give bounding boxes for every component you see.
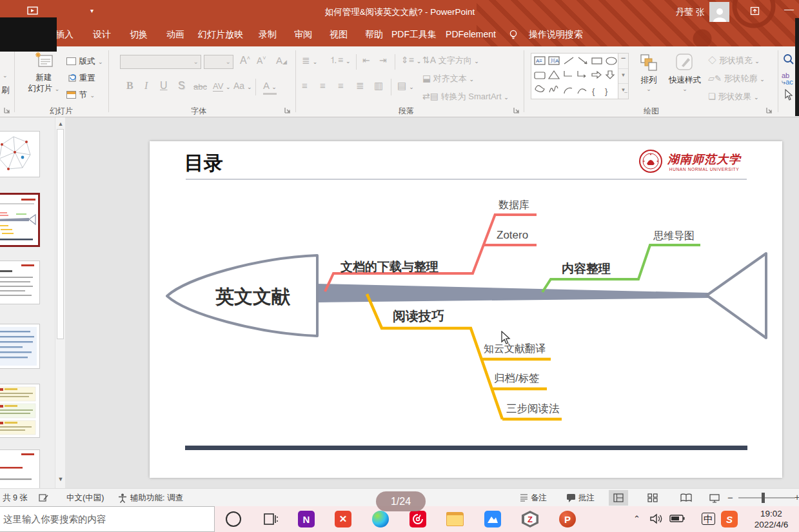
section-button[interactable]: 节 ⌄ (66, 88, 95, 101)
bullets-button[interactable]: ≣ ⌄ (302, 55, 317, 66)
paste-dropdown-caret[interactable]: ⌄ (3, 72, 8, 79)
font-color-button[interactable]: A ⌄ (263, 80, 277, 95)
branch-reading-child-archive[interactable]: 归档/标签 (494, 371, 540, 386)
decrease-indent-icon[interactable]: ⇤ (362, 55, 370, 65)
zoom-slider-thumb[interactable] (762, 493, 765, 503)
slideshow-view-button[interactable] (705, 490, 724, 506)
branch-content-child-mindmap[interactable]: 思维导图 (653, 230, 695, 243)
text-direction-button[interactable]: ⇅A 文字方向 ⌄ (422, 55, 479, 66)
zoom-in-button[interactable]: + (794, 492, 799, 502)
strikethrough-button[interactable]: abc (193, 82, 207, 92)
align-text-button[interactable]: ⬓ 对齐文本 ⌄ (422, 73, 474, 84)
slideshow-qat-icon[interactable] (27, 6, 39, 16)
cortana-icon[interactable] (226, 511, 241, 527)
sogou-input-icon[interactable]: S (721, 511, 738, 527)
new-slide-button[interactable]: 新建 幻灯片 ⌄ (26, 52, 62, 101)
ime-indicator[interactable]: 中 (702, 513, 715, 525)
reading-view-button[interactable] (676, 490, 696, 506)
slide[interactable]: 目录 湖南师范大学 HUNAN NORMAL UNIVERSITY (150, 141, 782, 478)
thumbnail-slide-text2[interactable] (0, 324, 40, 369)
text-shadow-button[interactable]: S (178, 80, 185, 92)
gallery-up-button[interactable]: ▔ (618, 54, 628, 68)
drawing-dialog-launcher[interactable] (766, 107, 773, 114)
panel-scroll-down-icon[interactable]: ▼ (57, 476, 64, 482)
layout-button[interactable]: 版式 ⌄ (66, 55, 103, 67)
branch-download-child-database[interactable]: 数据库 (498, 199, 529, 212)
thumbnail-slide-network[interactable] (0, 131, 40, 177)
font-size-combo[interactable]: ⌄ (204, 55, 233, 69)
gallery-down-button[interactable]: ▼ (618, 68, 628, 83)
line-spacing-button[interactable]: ⇕≡ ⌄ (401, 55, 421, 65)
arrange-button[interactable]: 排列 ⌄ (635, 53, 662, 92)
branch-content-label[interactable]: 内容整理 (562, 261, 611, 277)
shrink-font-button[interactable]: A˅ (257, 55, 266, 66)
thumbnail-slide-text1[interactable] (0, 261, 40, 304)
language-indicator[interactable]: 中文(中国) (66, 493, 104, 504)
taskbar-search-box[interactable]: 这里输入你要搜索的内容 (0, 506, 215, 532)
qat-dropdown-caret[interactable]: ▾ (90, 7, 94, 14)
align-center-icon[interactable]: ≡ (320, 80, 326, 91)
branch-reading-child-threestep[interactable]: 三步阅读法 (506, 402, 560, 416)
thumbnail-slide-current[interactable] (0, 193, 40, 247)
branch-download-lines[interactable] (325, 214, 537, 291)
accessibility-status[interactable]: 辅助功能: 调查 (130, 493, 183, 504)
shape-effects-button[interactable]: ❏ 形状效果 ⌄ (708, 91, 758, 103)
zotero-icon[interactable]: Z (522, 511, 538, 527)
tab-slideshow[interactable]: 幻灯片放映 (198, 29, 243, 41)
replace-icon[interactable]: ab ⤷ac (782, 72, 793, 85)
bold-button[interactable]: B (126, 80, 133, 92)
reset-button[interactable]: 重置 (66, 72, 95, 84)
meeting-app-icon[interactable] (484, 511, 501, 527)
columns-icon[interactable]: ▥ (374, 80, 383, 92)
volume-icon[interactable] (650, 513, 663, 524)
numbering-button[interactable]: ⒈≡ ⌄ (329, 55, 351, 66)
clipboard-dialog-launcher[interactable] (4, 107, 11, 114)
align-right-icon[interactable]: ≡ (338, 80, 344, 91)
tab-insert[interactable]: 插入 (55, 29, 74, 41)
shape-gallery[interactable]: A≡ 川A { } (531, 53, 629, 99)
branch-reading-label[interactable]: 阅读技巧 (393, 308, 444, 325)
select-cursor-icon[interactable] (784, 89, 793, 101)
tab-animations[interactable]: 动画 (166, 29, 184, 41)
footer-bar[interactable] (185, 446, 747, 450)
fishbone-spine[interactable] (317, 284, 708, 302)
gallery-more-button[interactable]: ▼̲ (618, 83, 628, 98)
branch-download-child-zotero[interactable]: Zotero (497, 229, 528, 242)
restore-window-icon[interactable] (750, 6, 760, 15)
comments-button[interactable]: 批注 (578, 493, 595, 504)
tab-record[interactable]: 录制 (259, 29, 277, 41)
character-spacing-button[interactable]: AV ⌄ (213, 81, 231, 91)
task-view-icon[interactable] (263, 512, 279, 526)
avatar[interactable] (709, 2, 729, 22)
panel-scrollbar-thumb[interactable] (57, 129, 64, 339)
branch-reading-child-translate[interactable]: 知云文献翻译 (484, 342, 546, 356)
tab-pdfelement[interactable]: PDFelement (446, 29, 496, 39)
underline-button[interactable]: U (160, 80, 168, 92)
tab-design[interactable]: 设计 (93, 29, 111, 41)
red-x-app-icon[interactable]: ✕ (335, 511, 351, 527)
netease-music-icon[interactable] (409, 511, 426, 527)
font-name-combo[interactable]: ⌄ (120, 55, 201, 69)
font-dialog-launcher[interactable] (284, 107, 291, 114)
justify-icon[interactable]: ≣ (356, 80, 364, 92)
thumbnail-slide-links[interactable] (0, 449, 40, 488)
slide-sorter-view-button[interactable] (643, 490, 662, 506)
tell-me-search[interactable]: 操作说明搜索 (529, 29, 583, 41)
branch-download-label[interactable]: 文档的下载与整理 (340, 259, 439, 275)
powerpoint-icon[interactable]: P (559, 511, 576, 527)
tab-pdf-tools[interactable]: PDF工具集 (391, 29, 437, 41)
tab-transitions[interactable]: 切换 (130, 29, 148, 41)
clear-formatting-button[interactable]: A◢ (276, 55, 287, 66)
shape-outline-button[interactable]: ▱✎ 形状轮廓 ⌄ (708, 73, 765, 84)
change-case-button[interactable]: Aa ⌄ (233, 81, 252, 91)
minimize-button[interactable]: — (784, 3, 794, 14)
add-remove-columns-button[interactable]: ▤ ⌄ (397, 80, 414, 92)
onenote-icon[interactable]: N (298, 511, 315, 527)
panel-scroll-up-icon[interactable]: ▲ (57, 121, 64, 127)
tray-expand-icon[interactable]: ⌃ (633, 514, 640, 524)
panel-scrollbar[interactable]: ▲ ▼ (55, 117, 65, 488)
quick-styles-button[interactable]: 快速样式 ⌄ (666, 52, 704, 92)
file-explorer-icon[interactable] (446, 512, 464, 526)
grow-font-button[interactable]: A˄ (240, 55, 250, 66)
tab-help[interactable]: 帮助 (365, 29, 383, 41)
